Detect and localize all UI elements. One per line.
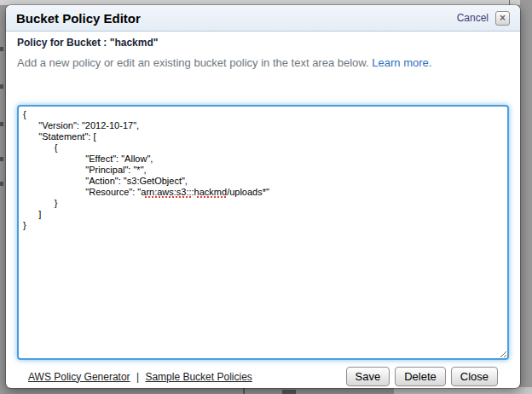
dialog-body: Policy for Bucket : "hackmd" Add a new p… [6,32,520,386]
background-page-divider [243,388,245,394]
background-page-text-fragment [0,84,3,89]
close-button[interactable]: Close [451,367,498,386]
learn-more-link[interactable]: Learn more. [372,56,431,69]
footer-links: AWS Policy Generator | Sample Bucket Pol… [28,371,252,383]
background-page-text-fragment [0,122,3,126]
aws-policy-generator-link[interactable]: AWS Policy Generator [28,371,130,383]
background-page-text-fragment [282,390,296,394]
link-separator: | [136,371,139,383]
background-page-text-fragment [0,47,3,51]
footer-buttons: Save Delete Close [346,367,498,386]
policy-textarea[interactable]: { "Version": "2012-10-17", "Statement": … [17,105,509,360]
delete-button[interactable]: Delete [395,367,446,386]
description-text: Add a new policy or edit an existing buc… [17,56,509,69]
close-icon[interactable]: × [495,11,510,26]
background-page-area [394,387,532,394]
sample-bucket-policies-link[interactable]: Sample Bucket Policies [145,371,252,383]
description-label: Add a new policy or edit an existing buc… [17,56,369,69]
bucket-policy-editor-dialog: Bucket Policy Editor Cancel × Policy for… [6,5,520,388]
dialog-footer: AWS Policy Generator | Sample Bucket Pol… [17,367,509,386]
save-button[interactable]: Save [346,367,390,386]
policy-for-bucket-label: Policy for Bucket : "hackmd" [17,37,509,49]
background-page-text-fragment [0,157,3,161]
dialog-title: Bucket Policy Editor [16,11,457,26]
dialog-header: Bucket Policy Editor Cancel × [6,5,520,32]
cancel-link[interactable]: Cancel [457,12,489,24]
policy-editor-area: { "Version": "2012-10-17", "Statement": … [17,105,509,360]
background-page-text-fragment [0,182,3,186]
